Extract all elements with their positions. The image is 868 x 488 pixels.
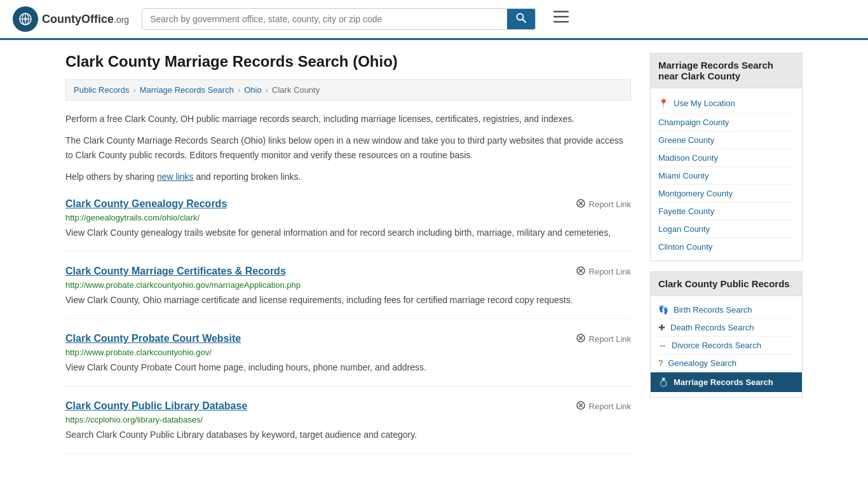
report-link-1[interactable]: Report Link	[576, 266, 631, 278]
pr-icon-2: ↔	[658, 341, 667, 350]
public-record-item: ✚Death Records Search	[658, 319, 794, 337]
pr-icon-0: 👣	[658, 305, 668, 315]
pin-icon: 📍	[658, 98, 668, 108]
nearby-county-link-5[interactable]: Fayette County	[658, 207, 714, 216]
report-label-1: Report Link	[589, 267, 631, 276]
new-links-link[interactable]: new links	[157, 172, 194, 182]
nearby-content: 📍 Use My Location Champaign CountyGreene…	[650, 88, 803, 261]
svg-rect-10	[553, 21, 569, 23]
report-link-0[interactable]: Report Link	[576, 198, 631, 210]
nearby-county-item: Champaign County	[658, 114, 794, 132]
nearby-county-item: Fayette County	[658, 203, 794, 220]
result-item: Clark County Public Library Database Rep…	[65, 400, 631, 454]
nearby-counties: Champaign CountyGreene CountyMadison Cou…	[658, 114, 794, 255]
report-icon-1	[576, 266, 586, 278]
search-button[interactable]	[507, 9, 535, 29]
intro-text-2: The Clark County Marriage Records Search…	[65, 133, 631, 162]
nearby-county-link-1[interactable]: Greene County	[658, 135, 714, 145]
nearby-county-link-3[interactable]: Miami County	[658, 171, 709, 180]
nearby-header: Marriage Records Search near Clark Count…	[650, 53, 803, 88]
pr-icon-1: ✚	[658, 323, 665, 332]
pr-icon-3: ?	[658, 358, 663, 368]
pr-link-3[interactable]: Genealogy Search	[668, 358, 736, 368]
public-record-item: 👣Birth Records Search	[658, 301, 794, 319]
nearby-county-link-6[interactable]: Logan County	[658, 224, 710, 234]
nearby-county-item: Miami County	[658, 167, 794, 185]
result-title-3[interactable]: Clark County Public Library Database	[65, 400, 247, 412]
result-title-2[interactable]: Clark County Probate Court Website	[65, 333, 241, 344]
logo[interactable]: CountyOffice.org	[13, 6, 129, 32]
pr-link-1[interactable]: Death Records Search	[670, 323, 754, 332]
public-records-header: Clark County Public Records	[650, 271, 803, 295]
report-icon-3	[576, 400, 586, 412]
svg-line-7	[523, 20, 526, 23]
use-location-button[interactable]: 📍 Use My Location	[658, 93, 794, 114]
logo-text: CountyOffice.org	[42, 13, 129, 26]
breadcrumb-ohio[interactable]: Ohio	[244, 85, 261, 95]
public-records-content: 👣Birth Records Search✚Death Records Sear…	[650, 295, 803, 398]
report-label-0: Report Link	[589, 200, 631, 209]
result-desc-0: View Clark County genealogy trails websi…	[65, 226, 631, 240]
pr-link-4[interactable]: Marriage Records Search	[674, 377, 773, 387]
breadcrumb-public-records[interactable]: Public Records	[74, 85, 129, 95]
nearby-county-link-4[interactable]: Montgomery County	[658, 189, 733, 198]
pr-link-2[interactable]: Divorce Records Search	[672, 341, 761, 350]
nearby-county-item: Logan County	[658, 220, 794, 238]
pr-icon-4: 💍	[658, 377, 668, 387]
svg-rect-8	[553, 11, 569, 13]
result-item: Clark County Genealogy Records Report Li…	[65, 198, 631, 252]
report-label-2: Report Link	[589, 334, 631, 344]
result-desc-2: View Clark County Probate Court home pag…	[65, 361, 631, 374]
breadcrumb-marriage-records[interactable]: Marriage Records Search	[140, 85, 234, 95]
result-item: Clark County Marriage Certificates & Rec…	[65, 266, 631, 319]
intro-text-1: Perform a free Clark County, OH public m…	[65, 112, 631, 126]
report-icon-0	[576, 198, 586, 210]
result-title-0[interactable]: Clark County Genealogy Records	[65, 198, 227, 210]
public-record-item: ↔Divorce Records Search	[658, 337, 794, 355]
nearby-county-item: Clinton County	[658, 238, 794, 255]
use-location-link[interactable]: Use My Location	[674, 98, 735, 108]
intro-text-3: Help others by sharing new links and rep…	[65, 170, 631, 184]
result-url-1[interactable]: http://www.probate.clarkcountyohio.gov/m…	[65, 280, 631, 290]
result-desc-3: Search Clark County Public Library datab…	[65, 428, 631, 442]
pr-link-0[interactable]: Birth Records Search	[674, 305, 752, 315]
svg-rect-9	[553, 16, 569, 18]
nearby-county-item: Greene County	[658, 132, 794, 149]
result-url-2[interactable]: http://www.probate.clarkcountyohio.gov/	[65, 348, 631, 357]
report-label-3: Report Link	[589, 402, 631, 411]
nearby-county-link-2[interactable]: Madison County	[658, 153, 718, 163]
nearby-section: Marriage Records Search near Clark Count…	[650, 53, 803, 261]
public-records-section: Clark County Public Records 👣Birth Recor…	[650, 271, 803, 398]
nearby-county-item: Madison County	[658, 149, 794, 167]
results-list: Clark County Genealogy Records Report Li…	[65, 198, 631, 454]
report-icon-2	[576, 333, 586, 345]
menu-button[interactable]	[548, 8, 574, 30]
result-title-1[interactable]: Clark County Marriage Certificates & Rec…	[65, 266, 286, 277]
public-record-item: ?Genealogy Search	[658, 355, 794, 372]
public-records-items: 👣Birth Records Search✚Death Records Sear…	[658, 301, 794, 392]
sidebar: Marriage Records Search near Clark Count…	[650, 53, 803, 454]
result-item: Clark County Probate Court Website Repor…	[65, 333, 631, 386]
nearby-county-link-0[interactable]: Champaign County	[658, 118, 729, 127]
svg-point-5	[24, 17, 27, 21]
nearby-county-item: Montgomery County	[658, 185, 794, 203]
report-link-3[interactable]: Report Link	[576, 400, 631, 412]
page-title: Clark County Marriage Records Search (Oh…	[65, 53, 631, 71]
breadcrumb: Public Records › Marriage Records Search…	[65, 79, 631, 100]
result-desc-1: View Clark County, Ohio marriage certifi…	[65, 294, 631, 307]
nearby-county-link-7[interactable]: Clinton County	[658, 242, 712, 252]
result-url-3[interactable]: https://ccplohio.org/library-databases/	[65, 415, 631, 424]
breadcrumb-current: Clark County	[272, 85, 320, 95]
report-link-2[interactable]: Report Link	[576, 333, 631, 345]
main-content: Clark County Marriage Records Search (Oh…	[65, 53, 631, 454]
search-bar	[142, 8, 536, 30]
result-url-0[interactable]: http://genealogytrails.com/ohio/clark/	[65, 213, 631, 222]
logo-icon	[13, 6, 38, 32]
public-record-item: 💍Marriage Records Search	[651, 372, 802, 392]
search-input[interactable]	[142, 9, 507, 29]
